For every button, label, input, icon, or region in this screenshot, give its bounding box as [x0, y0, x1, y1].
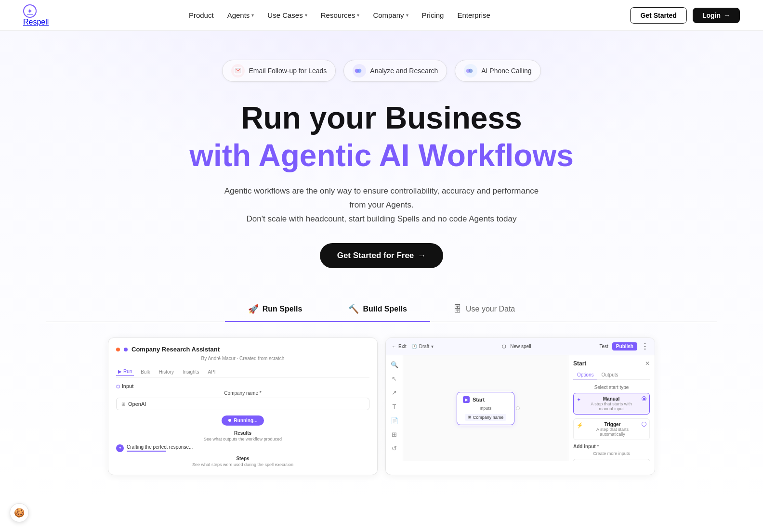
navigation: ✦ Respell Product Agents ▾ Use Cases ▾ R…: [0, 0, 763, 31]
input-section: ⬡ Input Company name * ⊞ OpenAI: [116, 384, 369, 410]
start-node-header: ▶ Start: [463, 396, 508, 403]
back-arrow-icon: ←: [392, 344, 396, 349]
tab-run-spells[interactable]: 🚀 Run Spells: [225, 297, 326, 322]
manual-radio[interactable]: [642, 396, 646, 401]
panel-tab-outputs[interactable]: Outputs: [597, 371, 622, 379]
tabs-section: 🚀 Run Spells 🔨 Build Spells 🗄 Use your D…: [23, 297, 740, 475]
panel-title: Start: [573, 360, 586, 367]
chevron-down-icon: ▾: [251, 13, 254, 18]
purple-dot: [124, 348, 128, 351]
chevron-down-icon: ▾: [357, 13, 359, 18]
panel-option-trigger[interactable]: ⚡ Trigger A step that starts automatical…: [573, 418, 650, 440]
nav-product[interactable]: Product: [189, 11, 214, 19]
nav-resources[interactable]: Resources ▾: [321, 11, 360, 19]
run-spells-card: Company Research Assistant By André Macu…: [108, 337, 378, 475]
nav-company[interactable]: Company ▾: [373, 11, 408, 19]
result-item: ✦ Crafting the perfect response...: [116, 444, 369, 452]
pill-tab-research[interactable]: Analyze and Research: [343, 60, 447, 82]
build-spells-card: ← Exit 🕐 Draft ▾ ⬡ New spell: [385, 337, 655, 475]
panel-input-header: Add input *: [573, 444, 650, 449]
hammer-icon: 🔨: [348, 304, 359, 314]
node-field-label: Inputs: [463, 406, 508, 411]
running-dot-icon: [228, 419, 231, 422]
cursor-icon[interactable]: ↖: [392, 375, 397, 382]
build-center: ⬡ New spell: [502, 344, 531, 349]
nav-agents[interactable]: Agents ▾: [227, 11, 254, 19]
headline-line1: Run your Business: [23, 101, 740, 135]
rocket-icon: 🚀: [248, 304, 259, 314]
arrow-right-icon: →: [418, 251, 426, 260]
mini-tab-api[interactable]: API: [206, 368, 217, 376]
publish-button[interactable]: Publish: [612, 342, 637, 350]
trigger-icon: ⚡: [577, 422, 583, 428]
mini-tab-bulk[interactable]: Bulk: [139, 368, 152, 376]
build-actions: Test Publish ⋮: [600, 342, 649, 351]
mini-tab-history[interactable]: History: [157, 368, 176, 376]
get-started-nav-button[interactable]: Get Started: [630, 7, 686, 24]
clock-icon: 🕐: [411, 344, 417, 349]
running-button[interactable]: Running...: [222, 415, 264, 426]
radio-dot-trigger: [642, 422, 646, 427]
run-card-inner: Company Research Assistant By André Macu…: [108, 338, 377, 475]
svg-point-5: [469, 69, 473, 73]
results-label: Results: [116, 430, 369, 436]
refresh-icon[interactable]: ↺: [392, 445, 397, 452]
field-icon: ⊞: [121, 402, 125, 407]
nav-links: Product Agents ▾ Use Cases ▾ Resources ▾…: [189, 11, 490, 19]
panel-option-manual[interactable]: ✦ Manual A step that starts with manual …: [573, 393, 650, 415]
start-node[interactable]: ▶ Start Inputs ⊞ Company name: [457, 392, 514, 425]
mini-tab-insights[interactable]: Insights: [181, 368, 201, 376]
progress-bar: [127, 451, 166, 452]
nav-pricing[interactable]: Pricing: [422, 11, 444, 19]
logo[interactable]: ✦ Respell: [23, 4, 49, 26]
grid-icon[interactable]: ⊞: [392, 431, 397, 438]
input-icon: ⬡: [116, 384, 120, 389]
pill-tab-email[interactable]: Email Follow-up for Leads: [222, 60, 336, 82]
build-nav-left: ← Exit 🕐 Draft ▾: [392, 344, 434, 349]
hero-section: Email Follow-up for Leads Analyze and Re…: [0, 31, 763, 494]
panel-option-manual-text: Manual A step that starts with manual in…: [584, 396, 639, 411]
pill-tab-phone[interactable]: AI Phone Calling: [455, 60, 540, 82]
share-icon[interactable]: ↗: [392, 389, 397, 396]
tab-use-data[interactable]: 🗄 Use your Data: [430, 297, 538, 322]
trigger-radio[interactable]: [642, 422, 646, 427]
field-value: OpenAI: [128, 401, 146, 407]
test-button[interactable]: Test: [600, 344, 608, 349]
panel-header: Start ✕: [573, 360, 650, 367]
svg-point-3: [357, 69, 362, 73]
more-options-icon[interactable]: ⋮: [641, 342, 649, 351]
field-label: Company name *: [116, 390, 369, 396]
search-icon[interactable]: 🔍: [391, 361, 398, 368]
nav-enterprise[interactable]: Enterprise: [457, 11, 490, 19]
mini-tabs: ▶ Run Bulk History Insights API: [116, 366, 369, 378]
hero-subtext: Agentic workflows are the only way to en…: [218, 184, 545, 226]
text-icon[interactable]: T: [393, 403, 396, 410]
node-connector-dot: [516, 406, 520, 410]
draft-dropdown[interactable]: 🕐 Draft ▾: [411, 344, 434, 349]
panel-section-label: Select start type: [573, 385, 650, 390]
panel-option-trigger-text: Trigger A step that starts automatically: [586, 422, 639, 437]
login-button[interactable]: Login →: [693, 8, 740, 23]
nav-use-cases[interactable]: Use Cases ▾: [267, 11, 307, 19]
build-card-body: 🔍 ↖ ↗ T 📄 ⊞ ↺ ▶ Start: [386, 355, 655, 461]
phone-icon: [464, 64, 477, 78]
arrow-right-icon: →: [724, 12, 730, 19]
logo-text: Respell: [23, 18, 49, 26]
panel-input-field[interactable]: Company name ⊟: [573, 459, 650, 461]
radio-dot-manual: [642, 396, 646, 401]
input-section-label: ⬡ Input: [116, 384, 369, 389]
build-panel: Start ✕ Options Outputs Select start typ…: [568, 355, 655, 461]
panel-close-button[interactable]: ✕: [645, 360, 650, 367]
run-card-author: By André Macur · Created from scratch: [116, 356, 369, 361]
build-sidebar: 🔍 ↖ ↗ T 📄 ⊞ ↺: [386, 355, 403, 461]
research-icon: [353, 64, 366, 78]
start-node-icon: ▶: [463, 396, 470, 403]
company-name-field[interactable]: ⊞ OpenAI: [116, 398, 369, 410]
tab-build-spells[interactable]: 🔨 Build Spells: [325, 297, 430, 322]
folder-icon[interactable]: 📄: [391, 417, 398, 424]
exit-button[interactable]: ← Exit: [392, 344, 407, 349]
panel-tabs: Options Outputs: [573, 371, 650, 380]
panel-tab-options[interactable]: Options: [573, 371, 597, 379]
cta-button[interactable]: Get Started for Free →: [320, 243, 444, 268]
mini-tab-run[interactable]: ▶ Run: [116, 368, 134, 376]
